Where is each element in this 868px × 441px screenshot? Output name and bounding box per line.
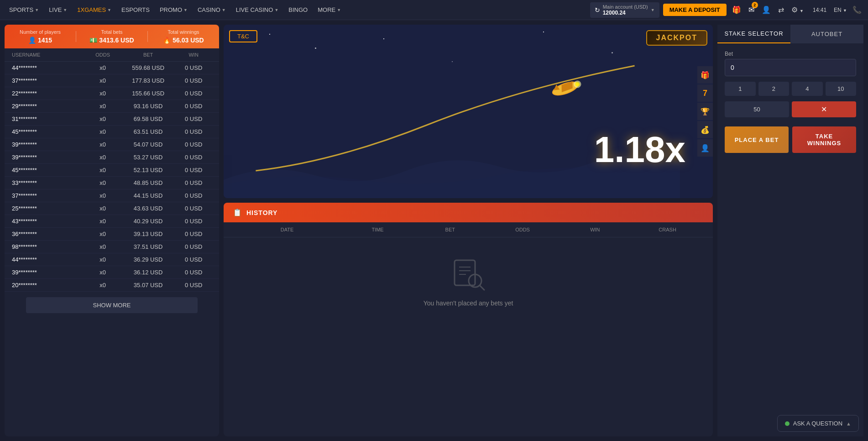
quick-bet-2[interactable]: 2	[758, 82, 790, 96]
seven-side-icon[interactable]: 7	[697, 84, 713, 102]
cell-odds: x0	[84, 269, 121, 276]
expand-icon: ▲	[846, 421, 851, 426]
bet-label: Bet	[725, 51, 856, 57]
bet-field-group: Bet	[725, 51, 856, 76]
history-col-bet: BET	[414, 227, 486, 232]
table-row: 36******** x0 39.13 USD 0 USD	[5, 228, 219, 241]
tc-button[interactable]: T&C	[229, 30, 257, 42]
cell-odds: x0	[84, 77, 121, 84]
empty-icon	[450, 256, 486, 292]
game-area: T&C JACKPOT	[224, 25, 713, 198]
quick-bet-50[interactable]: 50	[725, 101, 789, 117]
messages-icon[interactable]: ✉ 2	[747, 4, 756, 16]
trophy-side-icon[interactable]: 🏆	[697, 103, 713, 120]
cell-odds: x0	[84, 243, 121, 250]
cell-odds: x0	[84, 218, 121, 225]
stake-tabs: STAKE SELECTOR AUTOBET	[717, 25, 863, 43]
players-value: 👤 1415	[5, 37, 76, 44]
account-box[interactable]: ↻ Main account (USD) 12000.24 ▼	[590, 2, 659, 18]
bet-input[interactable]	[725, 59, 856, 76]
nav-item-casino[interactable]: CASINO▼	[193, 4, 230, 16]
cell-username: 39********	[12, 269, 84, 276]
account-label: Main account (USD)	[603, 4, 648, 10]
nav-arrow-casino: ▼	[222, 8, 226, 12]
table-row: 98******** x0 37.51 USD 0 USD	[5, 241, 219, 253]
col-bet: BET	[121, 52, 175, 58]
cell-odds: x0	[84, 167, 121, 173]
history-title: HISTORY	[246, 209, 277, 216]
clear-button[interactable]: ✕	[792, 101, 856, 117]
col-odds: ODDS	[84, 52, 121, 58]
cell-username: 37********	[12, 192, 84, 199]
history-col-time: TIME	[341, 227, 414, 232]
coin-side-icon[interactable]: 💰	[697, 121, 713, 138]
settings-icon[interactable]: ⚙ ▼	[790, 4, 805, 16]
cell-win: 0 USD	[175, 243, 212, 250]
nav-item-1xgames[interactable]: 1XGAMES▼	[73, 4, 116, 16]
players-label: Number of players	[5, 29, 76, 35]
cell-odds: x0	[84, 128, 121, 135]
cell-win: 0 USD	[175, 64, 212, 71]
language-selector[interactable]: EN ▼	[834, 7, 847, 13]
quick-bet-1[interactable]: 1	[725, 82, 756, 96]
cell-win: 0 USD	[175, 231, 212, 237]
quick-bet-10[interactable]: 10	[826, 82, 857, 96]
quick-bet-4[interactable]: 4	[792, 82, 823, 96]
gift-side-icon[interactable]: 🎁	[697, 66, 713, 84]
cell-username: 37********	[12, 77, 84, 84]
tab-autobet[interactable]: AUTOBET	[790, 25, 863, 43]
cell-username: 39********	[12, 154, 84, 161]
nav-item-bingo[interactable]: BINGO	[284, 4, 312, 16]
gift-icon[interactable]: 🎁	[730, 4, 743, 16]
col-win: WIN	[175, 52, 212, 58]
nav-item-live[interactable]: LIVE▼	[44, 4, 72, 16]
cell-username: 22********	[12, 90, 84, 97]
cell-username: 45********	[12, 167, 84, 173]
user-icon[interactable]: 👤	[760, 4, 773, 16]
table-row: 39******** x0 54.07 USD 0 USD	[5, 138, 219, 151]
cell-odds: x0	[84, 231, 121, 237]
account-amount: 12000.24	[603, 10, 648, 16]
nav-item-live-casino[interactable]: LIVE CASINO▼	[231, 4, 283, 16]
table-row: 37******** x0 177.83 USD 0 USD	[5, 74, 219, 87]
cell-bet: 44.15 USD	[121, 192, 175, 199]
tab-stake-selector[interactable]: STAKE SELECTOR	[717, 25, 790, 43]
cell-win: 0 USD	[175, 90, 212, 97]
nav-item-sports[interactable]: SPORTS▼	[5, 4, 43, 16]
history-col-odds: ODDS	[486, 227, 559, 232]
time-display: 14:41	[809, 5, 830, 15]
cell-username: 39********	[12, 141, 84, 148]
cell-bet: 93.16 USD	[121, 103, 175, 110]
nav-arrow-live: ▼	[63, 8, 67, 12]
cell-win: 0 USD	[175, 192, 212, 199]
cell-username: 33********	[12, 179, 84, 186]
svg-line-11	[480, 286, 484, 290]
cell-win: 0 USD	[175, 116, 212, 122]
cell-odds: x0	[84, 90, 121, 97]
cell-odds: x0	[84, 256, 121, 263]
take-winnings-button[interactable]: TAKE WINNINGS	[792, 126, 856, 153]
deposit-button[interactable]: MAKE A DEPOSIT	[663, 4, 727, 16]
user-side-icon[interactable]: 👤	[697, 139, 713, 157]
table-row: 45******** x0 52.13 USD 0 USD	[5, 164, 219, 177]
show-more-button[interactable]: SHOW MORE	[26, 297, 198, 313]
cell-win: 0 USD	[175, 141, 212, 148]
nav-arrow-sports: ▼	[35, 8, 39, 12]
players-stat: Number of players 👤 1415	[5, 29, 76, 44]
stats-bar: Number of players 👤 1415 Total bets 💵 34…	[5, 25, 219, 48]
place-bet-button[interactable]: PLACE A BET	[725, 126, 789, 153]
quick-bets-row1: 12410	[725, 82, 856, 96]
phone-icon[interactable]: 📞	[851, 4, 863, 16]
table-row: 20******** x0 35.07 USD 0 USD	[5, 279, 219, 292]
ask-question[interactable]: ASK A QUESTION ▲	[777, 415, 859, 432]
nav-item-esports[interactable]: ESPORTS	[117, 4, 154, 16]
nav-item-more[interactable]: MORE▼	[313, 4, 345, 16]
cell-odds: x0	[84, 192, 121, 199]
cell-username: 36********	[12, 231, 84, 237]
cell-odds: x0	[84, 141, 121, 148]
nav-item-promo[interactable]: PROMO▼	[155, 4, 192, 16]
history-header: 📋 HISTORY	[224, 203, 713, 222]
cell-odds: x0	[84, 205, 121, 212]
transfer-icon[interactable]: ⇄	[776, 4, 786, 16]
winnings-value: 🔥 56.03 USD	[148, 37, 219, 44]
